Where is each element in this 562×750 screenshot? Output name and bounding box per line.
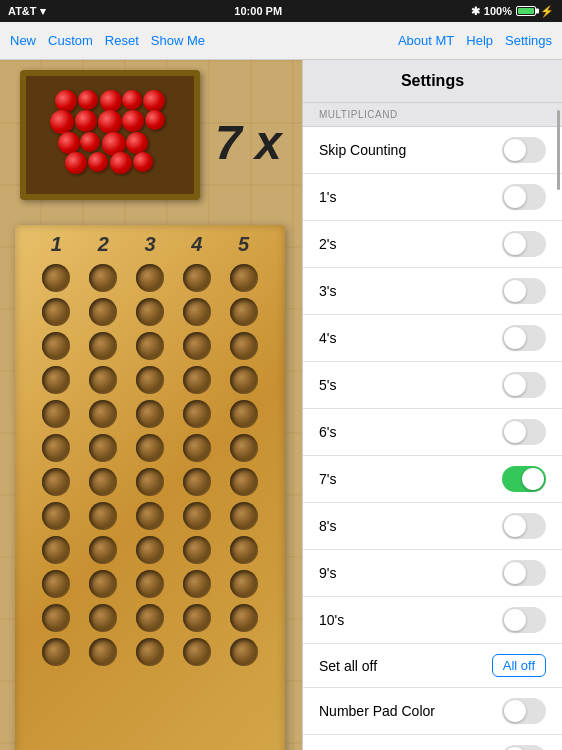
settings-row-ones: 1's [303, 174, 562, 221]
main-content: 7 x 1 2 3 4 5 [0, 60, 302, 750]
menu-about-mt[interactable]: About MT [398, 33, 454, 48]
menu-new[interactable]: New [10, 33, 36, 48]
peg-col-1: 1 [36, 233, 76, 256]
image-frame [20, 70, 200, 200]
peg-hole [42, 264, 70, 292]
peg-hole [230, 570, 258, 598]
ball [143, 90, 165, 112]
peg-hole [183, 604, 211, 632]
settings-panel: Settings MULTIPLICAND Skip Counting 1's … [302, 60, 562, 750]
balls-container [50, 90, 170, 180]
peg-hole [89, 298, 117, 326]
peg-hole [230, 536, 258, 564]
settings-row-tens: 10's [303, 597, 562, 644]
twos-toggle[interactable] [502, 231, 546, 257]
carrier-signal: AT&T ▾ [8, 5, 46, 18]
peg-hole [136, 366, 164, 394]
number-pad-color-toggle[interactable] [502, 698, 546, 724]
peg-hole [230, 468, 258, 496]
ball [122, 110, 144, 132]
peg-row [33, 604, 267, 632]
settings-title: Settings [401, 72, 464, 89]
ball [122, 90, 142, 110]
peg-row [33, 570, 267, 598]
peg-hole [183, 264, 211, 292]
number-pad-color-label: Number Pad Color [319, 703, 435, 719]
peg-hole [89, 468, 117, 496]
skip-counting-label: Skip Counting [319, 142, 406, 158]
peg-row [33, 298, 267, 326]
menu-reset[interactable]: Reset [105, 33, 139, 48]
peg-hole [136, 604, 164, 632]
ball [100, 90, 122, 112]
peg-row [33, 638, 267, 666]
settings-row-threes: 3's [303, 268, 562, 315]
fives-toggle[interactable] [502, 372, 546, 398]
settings-row-fours: 4's [303, 315, 562, 362]
skip-counting-toggle[interactable] [502, 137, 546, 163]
peg-hole [136, 638, 164, 666]
multiplier-symbol: x [255, 116, 282, 169]
peg-hole [230, 400, 258, 428]
peg-hole [230, 332, 258, 360]
menu-help[interactable]: Help [466, 33, 493, 48]
bluetooth-icon: ✱ [471, 5, 480, 18]
peg-column-numbers: 1 2 3 4 5 [15, 225, 285, 256]
menu-custom[interactable]: Custom [48, 33, 93, 48]
peg-hole [89, 400, 117, 428]
peg-row [33, 264, 267, 292]
peg-col-5: 5 [224, 233, 264, 256]
peg-hole [230, 298, 258, 326]
set-all-off-row: Set all off All off [303, 644, 562, 688]
threes-toggle[interactable] [502, 278, 546, 304]
peg-hole [230, 366, 258, 394]
battery-icon [516, 6, 536, 16]
tens-label: 10's [319, 612, 344, 628]
peg-hole [183, 366, 211, 394]
menu-settings[interactable]: Settings [505, 33, 552, 48]
set-all-off-label: Set all off [319, 658, 377, 674]
ball [65, 152, 87, 174]
ones-toggle[interactable] [502, 184, 546, 210]
peg-hole [89, 536, 117, 564]
ones-label: 1's [319, 189, 336, 205]
peg-hole [89, 570, 117, 598]
peg-hole [42, 366, 70, 394]
multiplier-display: 7 x [215, 115, 282, 170]
peg-hole [183, 570, 211, 598]
peg-hole [89, 366, 117, 394]
settings-row-nines: 9's [303, 550, 562, 597]
menu-bar-right: About MT Help Settings [398, 33, 552, 48]
ball [126, 132, 148, 154]
peg-hole [230, 638, 258, 666]
peg-hole [89, 604, 117, 632]
eights-toggle[interactable] [502, 513, 546, 539]
peg-hole [136, 570, 164, 598]
peg-hole [183, 638, 211, 666]
menu-bar-left: New Custom Reset Show Me [10, 33, 205, 48]
fours-toggle[interactable] [502, 325, 546, 351]
peg-col-3: 3 [130, 233, 170, 256]
peg-hole [89, 434, 117, 462]
peg-col-2: 2 [83, 233, 123, 256]
sevens-toggle[interactable] [502, 466, 546, 492]
threes-label: 3's [319, 283, 336, 299]
peg-hole [89, 638, 117, 666]
peg-hole [183, 434, 211, 462]
sixes-toggle[interactable] [502, 419, 546, 445]
tens-toggle[interactable] [502, 607, 546, 633]
peg-hole [183, 400, 211, 428]
menu-show-me[interactable]: Show Me [151, 33, 205, 48]
peg-hole [42, 502, 70, 530]
peg-hole [42, 468, 70, 496]
twos-label: 2's [319, 236, 336, 252]
all-off-button[interactable]: All off [492, 654, 546, 677]
pegboard: 1 2 3 4 5 [15, 225, 285, 750]
settings-row-counters: Counters [303, 735, 562, 750]
settings-row-sevens: 7's [303, 456, 562, 503]
peg-hole [42, 298, 70, 326]
eights-label: 8's [319, 518, 336, 534]
nines-toggle[interactable] [502, 560, 546, 586]
ball [55, 90, 77, 112]
counters-toggle[interactable] [502, 745, 546, 750]
